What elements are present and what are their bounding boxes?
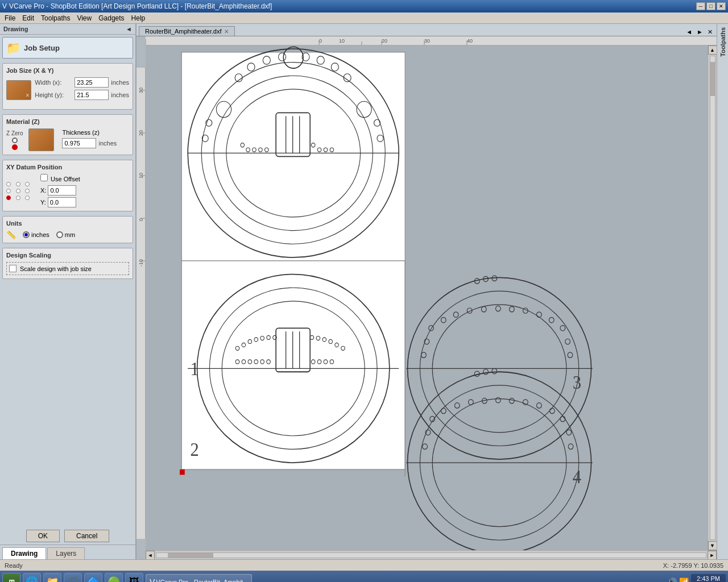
menubar: File Edit Toolpaths View Gadgets Help: [0, 13, 728, 24]
datum-pt-mr[interactable]: [25, 189, 30, 193]
x-datum-input[interactable]: [48, 185, 76, 196]
hscroll-left-btn[interactable]: ◄: [146, 551, 155, 560]
y-datum-input[interactable]: [48, 197, 76, 207]
units-icon: 📏: [6, 230, 16, 239]
width-input[interactable]: [75, 77, 109, 88]
vertical-scrollbar[interactable]: ▲ ▼: [708, 45, 717, 550]
mm-label: mm: [65, 231, 75, 238]
job-size-section: Job Size (X & Y) X Width (x): inches Hei…: [2, 63, 133, 110]
canvas-tab-label: RouterBit_Amphitheater.dxf: [145, 28, 222, 35]
tab-nav-left[interactable]: ◄: [684, 28, 694, 36]
app2-button[interactable]: 🟢: [105, 573, 123, 582]
svg-rect-0: [146, 36, 717, 45]
app3-button[interactable]: 🖼: [125, 573, 143, 582]
svg-text:10: 10: [339, 38, 345, 44]
left-panel: Drawing ◄ 📁 Job Setup Job Size (X & Y) X…: [0, 24, 136, 559]
thickness-unit: inches: [98, 140, 117, 147]
vscroll-up-btn[interactable]: ▲: [708, 45, 717, 55]
material-z-section: Material (Z) Z Zero Thickness (z): [2, 114, 133, 155]
datum-pt-mc[interactable]: [16, 189, 20, 193]
bottom-tabs: Drawing Layers: [0, 544, 135, 559]
ok-button[interactable]: OK: [26, 530, 60, 542]
z-bottom-radio[interactable]: [12, 144, 18, 150]
use-offset-checkbox[interactable]: [40, 174, 48, 181]
tab-nav-right[interactable]: ►: [695, 28, 705, 36]
close-button[interactable]: ✕: [717, 2, 726, 10]
menu-file[interactable]: File: [1, 14, 19, 23]
app1-button[interactable]: 🔷: [84, 573, 102, 582]
tab-close-icon[interactable]: ✕: [224, 28, 229, 35]
network-icon[interactable]: 📶: [679, 577, 689, 582]
job-size-title: Job Size (X & Y): [6, 67, 129, 74]
tab-navigation: ◄ ► ✕: [684, 28, 714, 36]
inches-radio[interactable]: [23, 231, 30, 238]
inches-radio-item[interactable]: inches: [23, 231, 49, 238]
svg-text:20: 20: [382, 38, 387, 44]
titlebar: V VCarve Pro - ShopBot Edition [Art Desi…: [0, 0, 728, 13]
hscroll-thumb[interactable]: [168, 553, 213, 558]
cancel-button[interactable]: Cancel: [64, 530, 109, 542]
start-button[interactable]: ⊞: [2, 573, 20, 582]
vscroll-down-btn[interactable]: ▼: [708, 541, 717, 550]
taskbar-vcarve-app[interactable]: V VCarve Pro - RouterBit_Amphit...: [146, 574, 252, 582]
action-buttons: OK Cancel: [0, 527, 135, 544]
mm-radio[interactable]: [56, 231, 63, 238]
height-unit: inches: [111, 92, 129, 98]
hscroll-track: [156, 552, 706, 558]
media-button[interactable]: 🎵: [64, 573, 82, 582]
thickness-input[interactable]: [62, 138, 96, 148]
datum-pt-tc[interactable]: [16, 182, 20, 186]
svg-text:40: 40: [467, 38, 473, 44]
datum-pt-tl[interactable]: [6, 182, 11, 186]
canvas-tab-bar: RouterBit_Amphitheater.dxf ✕ ◄ ► ✕: [136, 24, 717, 36]
folder-icon: 📁: [6, 41, 20, 55]
xy-datum-section: XY Datum Position: [2, 160, 133, 211]
panel-collapse-btn[interactable]: ◄: [126, 26, 132, 32]
svg-text:-10: -10: [138, 259, 144, 267]
z-top-radio[interactable]: [12, 138, 18, 143]
tab-close-btn[interactable]: ✕: [706, 28, 714, 36]
ie-button[interactable]: 🌐: [23, 573, 41, 582]
hscroll-right-btn[interactable]: ►: [708, 551, 717, 560]
ruler-v-svg: 30 20 10 0 -10: [136, 68, 145, 522]
restore-button[interactable]: □: [706, 2, 715, 10]
height-input[interactable]: [75, 90, 109, 100]
menu-gadgets[interactable]: Gadgets: [95, 14, 127, 23]
drawing-canvas[interactable]: 1: [146, 45, 717, 550]
tab-drawing[interactable]: Drawing: [2, 547, 46, 559]
minimize-button[interactable]: ─: [696, 2, 705, 10]
datum-pt-bc[interactable]: [16, 196, 20, 200]
menu-help[interactable]: Help: [128, 14, 149, 23]
horizontal-scrollbar: ◄ ►: [146, 550, 717, 559]
scale-checkbox-row[interactable]: Scale design with job size: [9, 265, 126, 272]
units-radio-group: 📏 inches mm: [6, 230, 129, 239]
units-section: Units 📏 inches mm: [2, 216, 133, 243]
datum-pt-ml[interactable]: [6, 189, 11, 193]
status-text: Ready: [5, 562, 23, 569]
datum-pt-br[interactable]: [25, 196, 30, 200]
datum-point-grid: [6, 182, 32, 200]
title-text: VCarve Pro - ShopBot Edition [Art Design…: [9, 2, 696, 10]
menu-view[interactable]: View: [73, 14, 95, 23]
ruler-h-svg: 0 10 20 30 40: [146, 36, 717, 45]
canvas-area: RouterBit_Amphitheater.dxf ✕ ◄ ► ✕ 0 10 …: [136, 24, 717, 559]
scale-checkbox[interactable]: [9, 265, 16, 272]
svg-rect-140: [180, 469, 185, 475]
y-datum-label: Y:: [40, 199, 46, 206]
canvas-tab-dxf[interactable]: RouterBit_Amphitheater.dxf ✕: [139, 26, 235, 36]
coordinates-display: X: -2.7959 Y: 10.0935: [663, 562, 723, 569]
volume-icon[interactable]: 🔊: [667, 577, 677, 582]
datum-pt-bl[interactable]: [6, 196, 11, 200]
toolpaths-label[interactable]: Toolpaths: [718, 25, 727, 59]
menu-edit[interactable]: Edit: [19, 14, 38, 23]
material-z-title: Material (Z): [6, 118, 129, 125]
menu-toolpaths[interactable]: Toolpaths: [38, 14, 73, 23]
tab-layers[interactable]: Layers: [47, 547, 85, 559]
job-size-icon: X: [6, 80, 31, 100]
datum-pt-tr[interactable]: [25, 182, 30, 186]
explorer-button[interactable]: 📁: [43, 573, 61, 582]
z-zero-label: Z Zero: [6, 130, 23, 136]
canvas-svg: 1: [146, 45, 717, 550]
mm-radio-item[interactable]: mm: [56, 231, 75, 238]
vscroll-thumb[interactable]: [710, 62, 715, 96]
